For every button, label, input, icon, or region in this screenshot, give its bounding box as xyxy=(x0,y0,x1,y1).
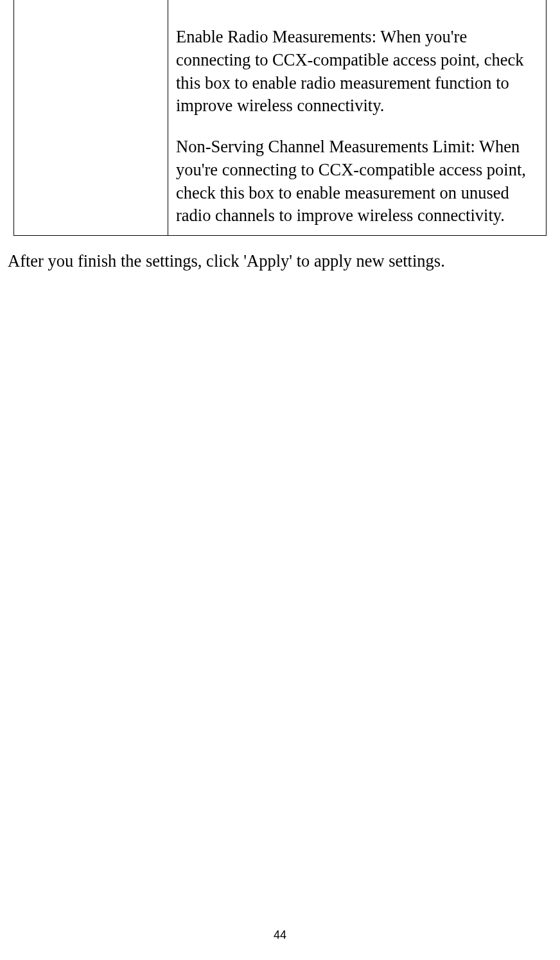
table-right-cell: Enable Radio Measurements: When you're c… xyxy=(168,0,547,236)
spacer xyxy=(176,8,538,26)
table-row: Enable Radio Measurements: When you're c… xyxy=(14,0,547,236)
settings-table: Enable Radio Measurements: When you're c… xyxy=(13,0,547,236)
apply-instruction-text: After you finish the settings, click 'Ap… xyxy=(8,250,560,273)
non-serving-channel-text: Non-Serving Channel Measurements Limit: … xyxy=(176,136,538,227)
table-left-cell xyxy=(14,0,168,236)
spacer xyxy=(176,118,538,136)
enable-radio-measurements-text: Enable Radio Measurements: When you're c… xyxy=(176,26,538,118)
page-content: Enable Radio Measurements: When you're c… xyxy=(0,0,560,273)
page-number: 44 xyxy=(0,929,560,942)
